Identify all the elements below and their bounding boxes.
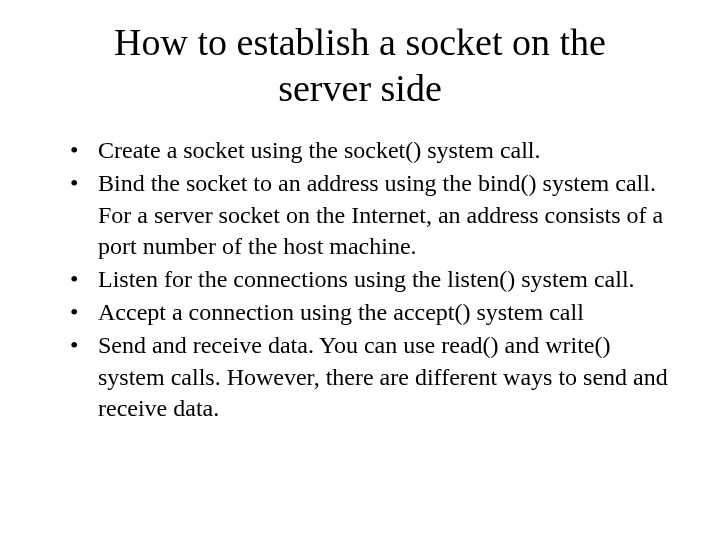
list-item: Create a socket using the socket() syste… [70, 135, 680, 166]
bullet-list: Create a socket using the socket() syste… [40, 135, 680, 424]
list-item: Bind the socket to an address using the … [70, 168, 680, 262]
list-item: Accept a connection using the accept() s… [70, 297, 680, 328]
slide-title: How to establish a socket on the server … [40, 20, 680, 111]
list-item: Send and receive data. You can use read(… [70, 330, 680, 424]
list-item: Listen for the connections using the lis… [70, 264, 680, 295]
